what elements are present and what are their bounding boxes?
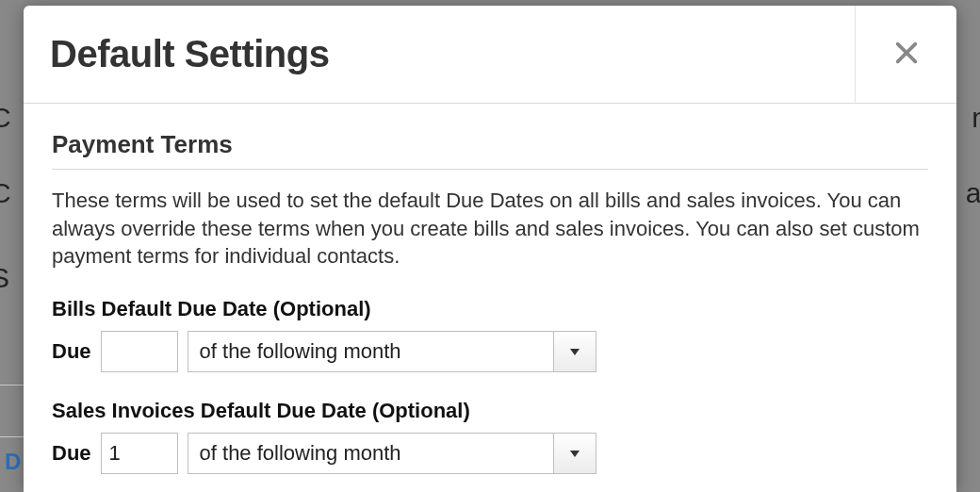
sales-due-date-row: Due of the following month	[52, 433, 928, 474]
due-prefix-label: Due	[52, 339, 91, 364]
bg-fragment: C	[0, 102, 11, 134]
close-button[interactable]	[855, 6, 956, 103]
sales-day-input[interactable]	[101, 433, 178, 474]
bills-period-select[interactable]: of the following month	[188, 331, 596, 372]
section-heading: Payment Terms	[52, 130, 928, 170]
sales-due-date-group: Sales Invoices Default Due Date (Optiona…	[52, 399, 928, 474]
bills-due-date-label: Bills Default Due Date (Optional)	[52, 297, 928, 321]
bills-period-selected: of the following month	[188, 331, 553, 372]
default-settings-modal: Default Settings Payment Terms These ter…	[24, 6, 956, 492]
bg-fragment: al	[966, 177, 980, 209]
bg-link-fragment: D	[5, 449, 21, 475]
bg-fragment: C	[0, 177, 11, 209]
bills-period-dropdown-button[interactable]	[553, 331, 596, 372]
close-icon	[893, 40, 920, 70]
modal-body: Payment Terms These terms will be used t…	[24, 104, 956, 492]
sales-period-select[interactable]: of the following month	[188, 433, 596, 474]
section-description: These terms will be used to set the defa…	[52, 187, 928, 271]
modal-title: Default Settings	[50, 33, 855, 75]
svg-marker-3	[570, 451, 580, 457]
sales-period-dropdown-button[interactable]	[553, 433, 596, 474]
svg-marker-2	[570, 349, 580, 355]
chevron-down-icon	[568, 445, 581, 462]
chevron-down-icon	[568, 343, 581, 360]
sales-period-selected: of the following month	[188, 433, 553, 474]
modal-header: Default Settings	[24, 6, 956, 104]
bg-fragment: n	[972, 102, 980, 134]
bills-day-input[interactable]	[101, 331, 178, 372]
due-prefix-label: Due	[52, 441, 91, 466]
bg-fragment: S	[0, 262, 9, 294]
bills-due-date-row: Due of the following month	[52, 331, 928, 372]
sales-due-date-label: Sales Invoices Default Due Date (Optiona…	[52, 399, 928, 423]
bills-due-date-group: Bills Default Due Date (Optional) Due of…	[52, 297, 928, 372]
